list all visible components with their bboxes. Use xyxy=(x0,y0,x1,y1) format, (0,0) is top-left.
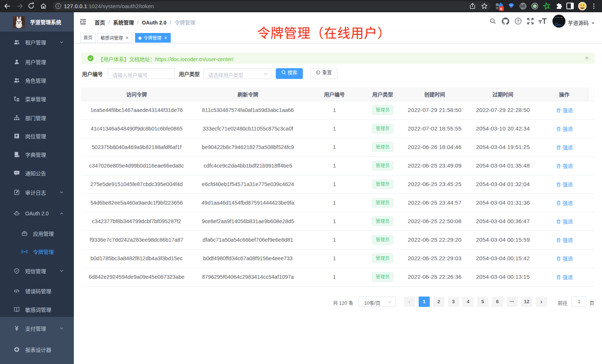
svg-text:127.0.0.1:1024/system/oauth2/t: 127.0.0.1:1024/system/oauth2/token xyxy=(64,3,154,9)
svg-text:?: ? xyxy=(517,19,519,23)
svg-text:9: 9 xyxy=(500,7,502,11)
